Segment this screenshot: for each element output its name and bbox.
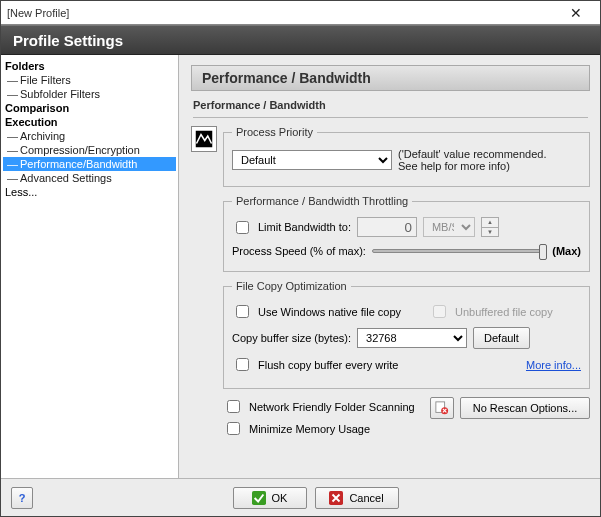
- sidebar-item-performance-bandwidth[interactable]: —Performance/Bandwidth: [3, 157, 176, 171]
- sidebar-item-subfolder-filters[interactable]: —Subfolder Filters: [3, 87, 176, 101]
- buffer-size-select[interactable]: 32768: [357, 328, 467, 348]
- sidebar-group-execution[interactable]: Execution: [3, 115, 176, 129]
- help-icon: ?: [19, 492, 26, 504]
- buffer-default-button[interactable]: Default: [473, 327, 530, 349]
- process-speed-max-label: (Max): [552, 245, 581, 257]
- sidebar-item-file-filters[interactable]: —File Filters: [3, 73, 176, 87]
- network-friendly-label: Network Friendly Folder Scanning: [249, 401, 415, 413]
- x-icon: [329, 491, 343, 505]
- sidebar-group-folders[interactable]: Folders: [3, 59, 176, 73]
- page-header: Profile Settings: [1, 25, 600, 55]
- cancel-button[interactable]: Cancel: [315, 487, 399, 509]
- process-priority-legend: Process Priority: [232, 126, 317, 138]
- sidebar-item-label: Archiving: [20, 130, 65, 142]
- unbuffered-copy-label: Unbuffered file copy: [455, 306, 553, 318]
- tree-dash-icon: —: [7, 172, 18, 184]
- header-title: Profile Settings: [13, 32, 123, 49]
- sidebar-item-archiving[interactable]: —Archiving: [3, 129, 176, 143]
- limit-bandwidth-checkbox[interactable]: [236, 221, 249, 234]
- file-copy-legend: File Copy Optimization: [232, 280, 351, 292]
- tree-dash-icon: —: [7, 74, 18, 86]
- bandwidth-spinner[interactable]: ▲ ▼: [481, 217, 499, 237]
- bandwidth-value-input[interactable]: [357, 217, 417, 237]
- page-title: Performance / Bandwidth: [191, 65, 590, 91]
- throttling-legend: Performance / Bandwidth Throttling: [232, 195, 412, 207]
- unbuffered-copy-checkbox[interactable]: [433, 305, 446, 318]
- close-button[interactable]: ✕: [558, 3, 594, 23]
- native-copy-label: Use Windows native file copy: [258, 306, 401, 318]
- bandwidth-unit-select[interactable]: MB/S: [423, 217, 475, 237]
- sidebar-group-less[interactable]: Less...: [3, 185, 176, 199]
- sidebar: Folders —File Filters —Subfolder Filters…: [1, 55, 179, 478]
- more-info-link[interactable]: More info...: [526, 359, 581, 371]
- tree-dash-icon: —: [7, 130, 18, 142]
- close-icon: ✕: [570, 5, 582, 21]
- process-speed-label: Process Speed (% of max):: [232, 245, 366, 257]
- window-title: [New Profile]: [7, 7, 69, 19]
- flush-buffer-checkbox[interactable]: [236, 358, 249, 371]
- file-copy-group: File Copy Optimization Use Windows nativ…: [223, 280, 590, 389]
- footer: ? OK Cancel: [1, 478, 600, 516]
- buffer-size-label: Copy buffer size (bytes):: [232, 332, 351, 344]
- rescan-icon-button[interactable]: [430, 397, 454, 419]
- check-icon: [252, 491, 266, 505]
- process-priority-group: Process Priority Default ('Default' valu…: [223, 126, 590, 187]
- cancel-label: Cancel: [349, 492, 383, 504]
- sidebar-item-advanced-settings[interactable]: —Advanced Settings: [3, 171, 176, 185]
- main-area: Folders —File Filters —Subfolder Filters…: [1, 55, 600, 478]
- sidebar-item-label: File Filters: [20, 74, 71, 86]
- tree-dash-icon: —: [7, 144, 18, 156]
- content-body: Process Priority Default ('Default' valu…: [191, 122, 590, 438]
- sidebar-item-label: Subfolder Filters: [20, 88, 100, 100]
- breadcrumb: Performance / Bandwidth: [193, 99, 588, 118]
- bottom-cluster: Network Friendly Folder Scanning Minimiz…: [223, 397, 590, 438]
- sidebar-group-comparison[interactable]: Comparison: [3, 101, 176, 115]
- help-button[interactable]: ?: [11, 487, 33, 509]
- tree-dash-icon: —: [7, 158, 18, 170]
- flush-buffer-label: Flush copy buffer every write: [258, 359, 398, 371]
- network-friendly-checkbox[interactable]: [227, 400, 240, 413]
- minimize-memory-checkbox[interactable]: [227, 422, 240, 435]
- process-priority-select[interactable]: Default: [232, 150, 392, 170]
- page-refresh-icon: [435, 401, 449, 415]
- minimize-memory-label: Minimize Memory Usage: [249, 423, 370, 435]
- process-speed-slider[interactable]: [372, 249, 546, 253]
- priority-hint: ('Default' value recommended. See help f…: [398, 148, 568, 172]
- svg-rect-3: [252, 491, 266, 505]
- throttling-group: Performance / Bandwidth Throttling Limit…: [223, 195, 590, 272]
- ok-label: OK: [272, 492, 288, 504]
- performance-icon: [191, 126, 217, 152]
- limit-bandwidth-label: Limit Bandwidth to:: [258, 221, 351, 233]
- no-rescan-options-button[interactable]: No Rescan Options...: [460, 397, 590, 419]
- sidebar-item-label: Advanced Settings: [20, 172, 112, 184]
- chevron-up-icon: ▲: [482, 218, 498, 228]
- sidebar-item-label: Compression/Encryption: [20, 144, 140, 156]
- content-pane: Performance / Bandwidth Performance / Ba…: [179, 55, 600, 478]
- settings-column: Process Priority Default ('Default' valu…: [223, 122, 590, 438]
- slider-thumb[interactable]: [539, 244, 547, 260]
- ok-button[interactable]: OK: [233, 487, 307, 509]
- chevron-down-icon: ▼: [482, 228, 498, 237]
- sidebar-item-compression-encryption[interactable]: —Compression/Encryption: [3, 143, 176, 157]
- titlebar: [New Profile] ✕: [1, 1, 600, 25]
- sidebar-item-label: Performance/Bandwidth: [20, 158, 137, 170]
- tree-dash-icon: —: [7, 88, 18, 100]
- native-copy-checkbox[interactable]: [236, 305, 249, 318]
